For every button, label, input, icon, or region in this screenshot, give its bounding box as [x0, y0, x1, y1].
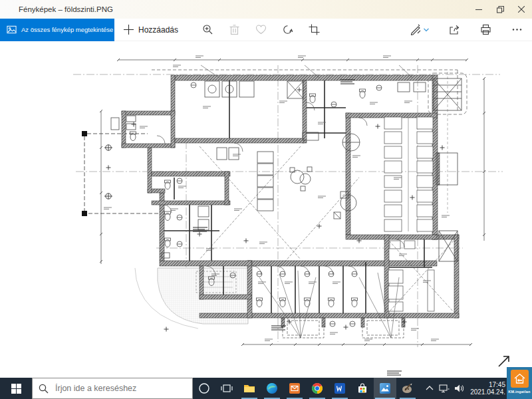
- start-icon: [11, 384, 21, 394]
- photos-icon: [7, 25, 17, 35]
- gimp-button[interactable]: [396, 378, 419, 399]
- photo-canvas[interactable]: [0, 41, 532, 378]
- outlook-button[interactable]: [283, 378, 306, 399]
- survey-marker: [82, 131, 87, 136]
- start-button[interactable]: [0, 378, 32, 399]
- survey-marker: [82, 211, 87, 216]
- km-ingatlan-logo: [511, 370, 529, 388]
- task-view-button[interactable]: [215, 378, 238, 399]
- tray-chevron-button[interactable]: [422, 385, 437, 392]
- file-explorer-button[interactable]: [238, 378, 261, 399]
- taskbar: 17:45 2021.04.24.: [0, 378, 532, 399]
- cortana-icon: [198, 382, 210, 394]
- more-icon: [511, 24, 523, 35]
- edge-icon: [266, 382, 278, 394]
- photos-app-icon: [379, 382, 391, 394]
- volume-button[interactable]: [452, 384, 466, 393]
- plus-icon: [124, 25, 134, 35]
- restore-icon: [497, 6, 504, 13]
- volume-icon: [454, 384, 464, 393]
- title-bar: Fényképek – földszinti.PNG: [0, 0, 532, 19]
- search-input[interactable]: [33, 378, 192, 398]
- door-arcs: [157, 102, 404, 275]
- edit-icon: [410, 24, 421, 35]
- print-icon: [480, 24, 491, 35]
- clock-date: 2021.04.24.: [470, 388, 505, 396]
- window-title: Fényképek – földszinti.PNG: [19, 5, 113, 13]
- rotate-button[interactable]: [282, 24, 293, 35]
- axis-lines: [73, 65, 503, 347]
- outlook-icon: [289, 382, 301, 394]
- taskbar-search[interactable]: [32, 378, 193, 399]
- store-button[interactable]: [351, 378, 374, 399]
- edge-button[interactable]: [261, 378, 283, 399]
- crop-button[interactable]: [309, 24, 320, 35]
- photos-app-window: Fényképek – földszinti.PNG Az összes fén…: [0, 0, 532, 399]
- task-view-icon: [221, 382, 233, 394]
- chevron-up-icon: [426, 385, 434, 392]
- house-key-icon: [513, 372, 527, 386]
- close-icon: [518, 6, 525, 13]
- gimp-icon: [402, 382, 414, 394]
- photos-app-button[interactable]: [374, 378, 396, 399]
- favorite-button[interactable]: [255, 24, 267, 35]
- heart-icon: [255, 24, 267, 35]
- share-icon: [449, 24, 460, 35]
- see-all-photos-label: Az összes fénykép megtekintése: [21, 26, 113, 33]
- search-icon: [39, 384, 49, 394]
- file-explorer-icon: [243, 382, 255, 394]
- floor-plan-drawing: [0, 41, 532, 378]
- word-icon: [334, 382, 346, 394]
- print-button[interactable]: [480, 24, 491, 35]
- km-ingatlan-label: KM.ingatlan: [508, 390, 530, 394]
- chrome-button[interactable]: [306, 378, 329, 399]
- add-label: Hozzáadás: [138, 25, 178, 35]
- minimize-button[interactable]: [468, 0, 489, 19]
- chevron-down-icon: [424, 28, 429, 32]
- toolbar: Az összes fénykép megtekintése Hozzáadás: [0, 19, 532, 41]
- entry-canopies: [283, 318, 404, 338]
- see-all-photos-button[interactable]: Az összes fénykép megtekintése: [0, 19, 114, 41]
- more-button[interactable]: [511, 24, 523, 35]
- restore-button[interactable]: [489, 0, 511, 19]
- chrome-icon: [311, 382, 323, 394]
- store-icon: [356, 382, 368, 394]
- cortana-button[interactable]: [193, 378, 215, 399]
- zoom-icon: [202, 24, 213, 35]
- km-ingatlan-watermark: KM.ingatlan: [507, 367, 532, 399]
- network-button[interactable]: [437, 384, 452, 393]
- add-button[interactable]: Hozzáadás: [124, 25, 178, 35]
- network-icon: [439, 384, 450, 393]
- clock-time: 17:45: [470, 381, 505, 388]
- close-button[interactable]: [511, 0, 532, 19]
- taskbar-clock[interactable]: 17:45 2021.04.24.: [470, 381, 505, 396]
- zoom-button[interactable]: [202, 24, 213, 35]
- delete-button[interactable]: [229, 24, 240, 35]
- word-button[interactable]: [329, 378, 351, 399]
- rotate-icon: [282, 24, 293, 35]
- share-button[interactable]: [449, 24, 460, 35]
- crop-icon: [309, 24, 320, 35]
- minimize-icon: [475, 6, 482, 13]
- edit-create-button[interactable]: [410, 24, 429, 35]
- trash-icon: [229, 24, 240, 35]
